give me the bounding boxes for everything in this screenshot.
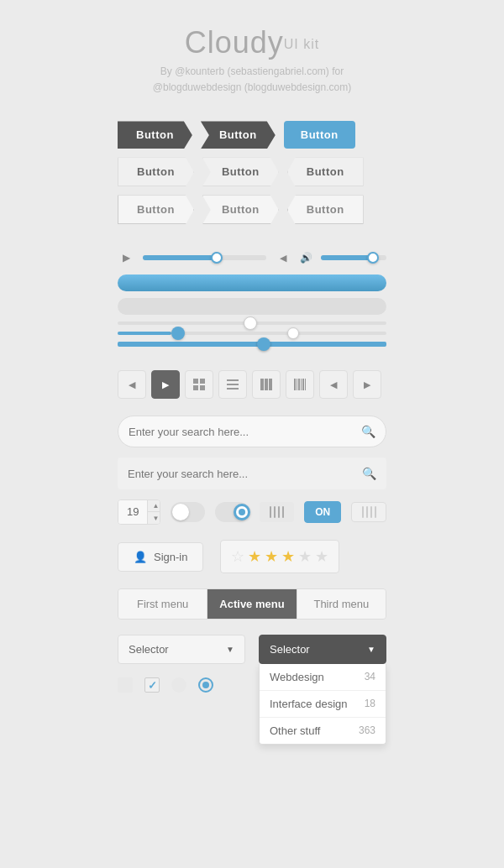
search-icon-1[interactable]: 🔍	[361, 425, 375, 438]
search-input-2[interactable]	[128, 468, 362, 480]
dropdown-count-3: 363	[359, 724, 375, 737]
byline: By @kounterb (sebastiengabriel.com) for …	[153, 64, 351, 96]
slider-track-2[interactable]	[321, 255, 386, 260]
star-5[interactable]: ★	[315, 547, 328, 566]
media-forward[interactable]: ▶	[353, 370, 381, 399]
checkmark-icon: ✓	[148, 679, 157, 692]
button-row-1: Button Button Button	[118, 121, 386, 149]
selector-dropdown: Webdesign 34 Interface design 18 Other s…	[259, 664, 386, 745]
outline-arrow-btn-2[interactable]: Button	[202, 195, 279, 224]
dark-arrow-btn-2[interactable]: Button	[201, 121, 276, 149]
signin-button[interactable]: 👤 Sign-in	[118, 542, 203, 572]
slider-thin-center	[118, 322, 386, 325]
slider-fill-1	[143, 255, 217, 260]
media-barcode[interactable]	[286, 370, 314, 399]
dropdown-item-2[interactable]: Interface design 18	[260, 691, 386, 718]
selector-left-label: Selector	[129, 643, 169, 656]
app-subtitle: UI kit	[284, 37, 319, 51]
dropdown-count-2: 18	[365, 698, 375, 710]
star-2[interactable]: ★	[265, 547, 278, 566]
star-outline[interactable]: ☆	[231, 547, 244, 566]
dropdown-label-3: Other stuff	[270, 724, 320, 737]
number-up[interactable]: ▲	[148, 500, 160, 512]
tab-active-menu[interactable]: Active menu	[207, 589, 297, 619]
signin-label: Sign-in	[154, 551, 187, 563]
slider-thin-thumb-1	[244, 316, 257, 330]
toggle-lines[interactable]	[260, 502, 295, 522]
light-arrow-btn-1[interactable]: Button	[118, 157, 194, 186]
media-cols[interactable]	[252, 370, 281, 399]
outline-arrow-btn-1[interactable]: Button	[118, 195, 194, 224]
tab-first-menu[interactable]: First menu	[118, 589, 207, 619]
selector-right-btn[interactable]: Selector ▼	[259, 635, 386, 664]
blue-btn-1[interactable]: Button	[284, 121, 355, 149]
slider-fill-2	[321, 255, 374, 260]
number-down[interactable]: ▼	[148, 512, 160, 524]
toggle-line-3	[278, 506, 280, 518]
radio-checked[interactable]	[198, 677, 213, 693]
outline-arrow-btn-3[interactable]: Button	[287, 195, 364, 224]
slider-grey[interactable]	[118, 298, 386, 315]
star-3[interactable]: ★	[281, 547, 295, 566]
slider-thin-track-3[interactable]	[118, 342, 386, 347]
radio-unchecked[interactable]	[171, 677, 186, 693]
star-1[interactable]: ★	[248, 547, 261, 566]
media-prev[interactable]: ◀	[118, 370, 146, 399]
media-play[interactable]: ▶	[151, 370, 180, 399]
lines-button[interactable]	[351, 502, 386, 522]
checkbox-unchecked[interactable]	[118, 677, 133, 693]
slider-thumb-2	[367, 252, 379, 264]
star-4[interactable]: ★	[298, 547, 312, 566]
svg-rect-6	[227, 388, 239, 390]
slider-thin-track-2[interactable]	[118, 332, 386, 335]
search-bar-1: 🔍	[118, 416, 386, 447]
svg-rect-2	[193, 385, 198, 390]
app-title: CloudyUI kit	[153, 25, 351, 60]
controls-row: 19 ▲ ▼ ON	[118, 499, 386, 525]
toggle-radio[interactable]	[215, 502, 249, 522]
selectors-row: Selector ▼ Selector ▼ Webdesign 34 Inter…	[118, 635, 386, 664]
selector-left-btn[interactable]: Selector ▼	[118, 635, 245, 664]
svg-rect-7	[260, 379, 264, 390]
search-input-1[interactable]	[129, 426, 361, 438]
tab-menu: First menu Active menu Third menu	[118, 588, 386, 620]
slider-fill-thin	[118, 332, 171, 335]
svg-rect-10	[294, 379, 296, 390]
slider-track-1[interactable]	[143, 255, 266, 260]
checkbox-checked[interactable]: ✓	[144, 677, 160, 693]
volume-icon[interactable]: ◀	[275, 249, 291, 266]
selector-left: Selector ▼	[118, 635, 245, 664]
number-value: 19	[118, 500, 147, 524]
dropdown-label-2: Interface design	[270, 698, 348, 710]
dropdown-label-1: Webdesign	[270, 671, 324, 683]
dark-arrow-btn-1[interactable]: Button	[118, 121, 192, 149]
dropdown-item-1[interactable]: Webdesign 34	[260, 664, 386, 691]
slider-blue-thumb	[171, 327, 185, 340]
slider-blue-fill-thumb	[257, 337, 270, 351]
svg-rect-3	[200, 385, 205, 390]
slider-thin-track-1[interactable]	[118, 322, 386, 325]
button-section: Button Button Button Button Button Butto…	[118, 121, 386, 233]
slider-white-thumb	[287, 327, 299, 339]
dropdown-item-3[interactable]: Other stuff 363	[260, 718, 386, 744]
svg-rect-5	[227, 384, 239, 385]
play-icon[interactable]: ▶	[118, 249, 134, 266]
media-rewind[interactable]: ◀	[319, 370, 348, 399]
svg-rect-14	[302, 379, 304, 390]
search-bar-2: 🔍	[118, 458, 386, 489]
media-list[interactable]	[218, 370, 247, 399]
toggle-off[interactable]	[171, 502, 205, 522]
media-controls: ◀ ▶ ◀ ▶	[118, 370, 386, 399]
light-arrow-btn-3[interactable]: Button	[287, 157, 364, 186]
svg-rect-1	[200, 379, 205, 384]
media-grid1[interactable]	[185, 370, 213, 399]
slider-full-blue[interactable]	[118, 275, 386, 291]
search-icon-2[interactable]: 🔍	[362, 467, 376, 480]
chevron-down-icon-right: ▼	[367, 645, 375, 654]
radio-dot	[202, 682, 209, 688]
light-arrow-btn-2[interactable]: Button	[202, 157, 279, 186]
slider-row-1: ▶ ◀ 🔊	[118, 249, 386, 266]
toggle-line-4	[282, 506, 284, 518]
tab-third-menu[interactable]: Third menu	[297, 589, 386, 619]
on-button[interactable]: ON	[304, 501, 341, 523]
